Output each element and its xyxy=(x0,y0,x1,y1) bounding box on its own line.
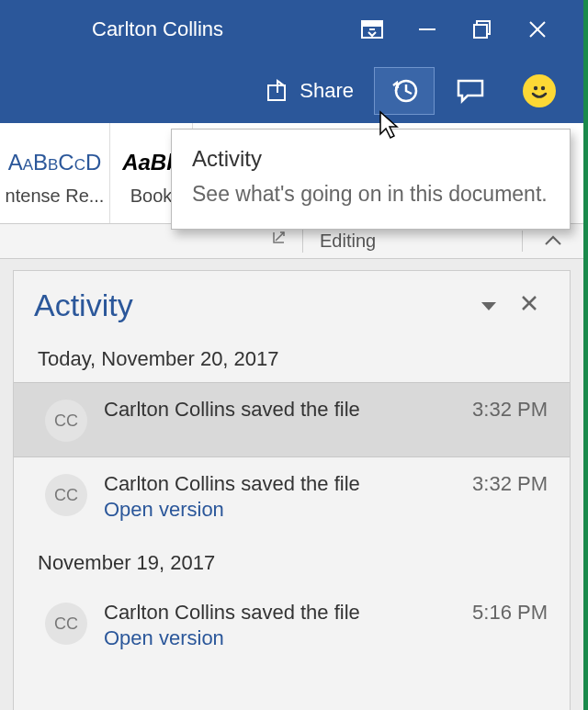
comments-button[interactable] xyxy=(440,67,501,115)
open-version-link[interactable]: Open version xyxy=(104,626,430,650)
activity-group-date: November 19, 2017 xyxy=(14,536,570,586)
ribbon-display-options-button[interactable] xyxy=(345,11,400,48)
activity-time: 3:32 PM xyxy=(447,398,548,422)
restore-button[interactable] xyxy=(455,11,510,48)
close-icon xyxy=(520,294,538,312)
activity-pane-title: Activity xyxy=(34,287,469,323)
svg-marker-14 xyxy=(481,302,496,310)
svg-point-10 xyxy=(534,86,537,90)
style-preview: AaBbCcD xyxy=(8,140,102,186)
share-icon xyxy=(265,79,290,103)
title-bar: Carlton Collins xyxy=(0,0,583,59)
activity-time: 3:32 PM xyxy=(447,472,548,496)
activity-pane-header: Activity xyxy=(14,271,570,332)
ribbon-display-icon xyxy=(360,19,384,39)
dialog-launcher-icon xyxy=(271,230,289,248)
tooltip-title: Activity xyxy=(192,146,549,172)
activity-description: Carlton Collins saved the file xyxy=(104,601,430,625)
activity-list: Today, November 20, 2017CCCarlton Collin… xyxy=(14,332,570,665)
mouse-cursor-icon xyxy=(379,110,404,141)
caret-down-icon xyxy=(480,299,498,312)
share-label: Share xyxy=(300,79,354,103)
styles-dialog-launcher[interactable] xyxy=(0,230,303,253)
svg-point-11 xyxy=(541,86,545,90)
activity-button[interactable] xyxy=(374,67,435,115)
minimize-button[interactable] xyxy=(400,11,455,48)
avatar: CC xyxy=(45,603,87,645)
activity-pane: Activity Today, November 20, 2017CCCarlt… xyxy=(13,270,571,710)
activity-time: 5:16 PM xyxy=(447,601,548,625)
activity-item[interactable]: CCCarlton Collins saved the fileOpen ver… xyxy=(14,457,570,536)
restore-icon xyxy=(471,18,493,40)
svg-marker-12 xyxy=(380,112,397,138)
close-button[interactable] xyxy=(510,11,565,48)
svg-line-13 xyxy=(276,232,284,241)
activity-description: Carlton Collins saved the file xyxy=(104,472,430,496)
pane-options-button[interactable] xyxy=(469,294,509,318)
activity-group-date: Today, November 20, 2017 xyxy=(14,332,570,382)
avatar: CC xyxy=(45,400,87,442)
style-intense-reference[interactable]: AaBbCcD ntense Re... xyxy=(0,123,110,223)
style-label: Book xyxy=(130,186,173,207)
style-label: ntense Re... xyxy=(6,186,105,207)
comment-icon xyxy=(455,77,486,105)
svg-rect-1 xyxy=(362,21,382,27)
open-version-link[interactable]: Open version xyxy=(104,498,430,522)
editing-group-label[interactable]: Editing xyxy=(303,231,523,252)
close-icon xyxy=(526,18,548,40)
tooltip-body: See what's going on in this document. xyxy=(192,179,549,208)
activity-pane-wrap: Activity Today, November 20, 2017CCCarlt… xyxy=(0,259,583,710)
minimize-icon xyxy=(416,18,438,40)
activity-description: Carlton Collins saved the file xyxy=(104,398,430,422)
user-name: Carlton Collins xyxy=(92,17,223,41)
svg-rect-5 xyxy=(474,25,487,38)
feedback-smiley-button[interactable] xyxy=(523,74,556,107)
collapse-ribbon-button[interactable] xyxy=(523,231,583,252)
pane-close-button[interactable] xyxy=(509,294,549,318)
activity-tooltip: Activity See what's going on in this doc… xyxy=(171,129,571,230)
chevron-up-icon xyxy=(544,234,562,247)
share-button[interactable]: Share xyxy=(250,67,368,115)
history-icon xyxy=(390,76,419,106)
ribbon-right-buttons: Share xyxy=(0,59,583,123)
smiley-icon xyxy=(526,78,552,104)
activity-item[interactable]: CCCarlton Collins saved the file3:32 PM xyxy=(14,382,570,457)
activity-item[interactable]: CCCarlton Collins saved the fileOpen ver… xyxy=(14,586,570,665)
avatar: CC xyxy=(45,474,87,516)
